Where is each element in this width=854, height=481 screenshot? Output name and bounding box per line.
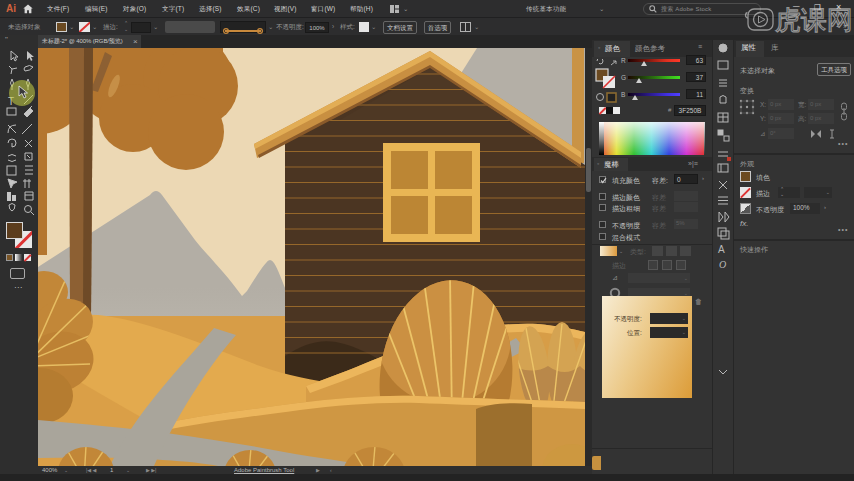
svg-text:O: O <box>719 259 726 270</box>
svg-text:A: A <box>718 244 725 255</box>
